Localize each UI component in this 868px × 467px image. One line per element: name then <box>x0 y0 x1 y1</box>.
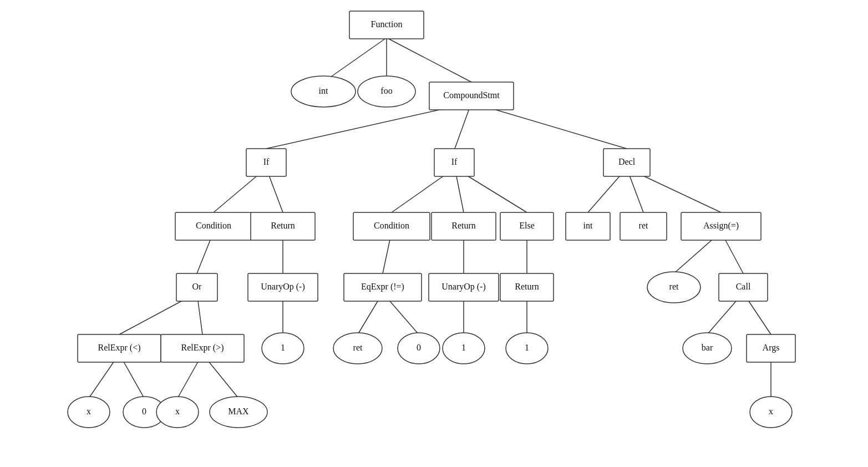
node-or: Or <box>176 273 217 301</box>
node-ret2-label: ret <box>669 282 679 291</box>
node-relexprlt-label: RelExpr (<) <box>98 343 141 353</box>
node-decl-label: Decl <box>618 157 636 166</box>
node-one3: 1 <box>506 333 548 364</box>
node-x3: x <box>750 397 792 428</box>
node-int: int <box>291 76 356 107</box>
node-unaryop2: UnaryOp (-) <box>429 273 499 301</box>
node-relexprlt: RelExpr (<) <box>78 334 161 362</box>
node-bar: bar <box>683 333 732 364</box>
node-relexprgt: RelExpr (>) <box>161 334 244 362</box>
node-zero2-label: 0 <box>142 407 146 416</box>
node-x2: x <box>156 397 199 428</box>
node-condition1-label: Condition <box>196 221 231 230</box>
node-assign-label: Assign(=) <box>703 221 739 231</box>
node-condition2: Condition <box>353 212 430 240</box>
node-return1: Return <box>251 212 315 240</box>
node-zero: 0 <box>398 333 440 364</box>
node-call-label: Call <box>736 282 751 291</box>
node-one3-label: 1 <box>525 343 529 352</box>
node-bar-label: bar <box>702 343 713 352</box>
node-if1: If <box>246 149 286 176</box>
node-return2-label: Return <box>451 221 476 230</box>
node-assign: Assign(=) <box>681 212 761 240</box>
node-ret1: ret <box>620 212 667 240</box>
node-args: Args <box>747 334 795 362</box>
node-x3-label: x <box>769 407 773 416</box>
node-unaryop1: UnaryOp (-) <box>248 273 318 301</box>
node-or-label: Or <box>192 282 202 291</box>
node-ret2: ret <box>647 272 701 303</box>
node-decl: Decl <box>603 149 650 176</box>
node-else: Else <box>500 212 554 240</box>
node-eqexpr: EqExpr (!=) <box>344 273 422 301</box>
node-relexprgt-label: RelExpr (>) <box>181 343 224 353</box>
node-condition1: Condition <box>175 212 252 240</box>
node-if2-label: If <box>451 157 458 166</box>
node-condition2-label: Condition <box>374 221 409 230</box>
node-compoundstmt-label: CompoundStmt <box>443 90 500 100</box>
node-return2: Return <box>432 212 496 240</box>
node-unaryop1-label: UnaryOp (-) <box>261 282 305 292</box>
node-args-label: Args <box>763 343 780 353</box>
node-compoundstmt: CompoundStmt <box>429 82 514 110</box>
node-x1: x <box>68 397 110 428</box>
node-ret-oval: ret <box>333 333 382 364</box>
node-one1-label: 1 <box>281 343 285 352</box>
node-int-label: int <box>319 86 328 95</box>
node-int2-label: int <box>583 221 593 230</box>
node-zero-label: 0 <box>417 343 421 352</box>
node-x2-label: x <box>175 407 180 416</box>
node-return3: Return <box>500 273 554 301</box>
node-return3-label: Return <box>515 282 539 291</box>
ast-diagram: Function int foo CompoundStmt If If Decl… <box>0 0 868 467</box>
node-x1-label: x <box>87 407 91 416</box>
node-function-label: Function <box>371 19 403 29</box>
node-ret-oval-label: ret <box>353 343 363 352</box>
edge-function-compoundstmt <box>387 38 471 82</box>
node-eqexpr-label: EqExpr (!=) <box>361 282 404 292</box>
node-max: MAX <box>210 397 267 428</box>
node-else-label: Else <box>519 221 535 230</box>
node-one2-label: 1 <box>461 343 466 352</box>
node-ret1-label: ret <box>639 221 648 230</box>
node-if1-label: If <box>263 157 270 166</box>
node-max-label: MAX <box>228 407 249 416</box>
node-unaryop2-label: UnaryOp (-) <box>441 282 486 292</box>
node-foo-label: foo <box>380 86 392 95</box>
node-one1: 1 <box>262 333 304 364</box>
node-call: Call <box>719 273 768 301</box>
node-if2: If <box>434 149 474 176</box>
node-int2: int <box>566 212 610 240</box>
node-return1-label: Return <box>271 221 295 230</box>
node-foo: foo <box>358 76 415 107</box>
node-one2: 1 <box>443 333 485 364</box>
node-function: Function <box>349 11 424 39</box>
edge-function-int <box>323 38 387 82</box>
